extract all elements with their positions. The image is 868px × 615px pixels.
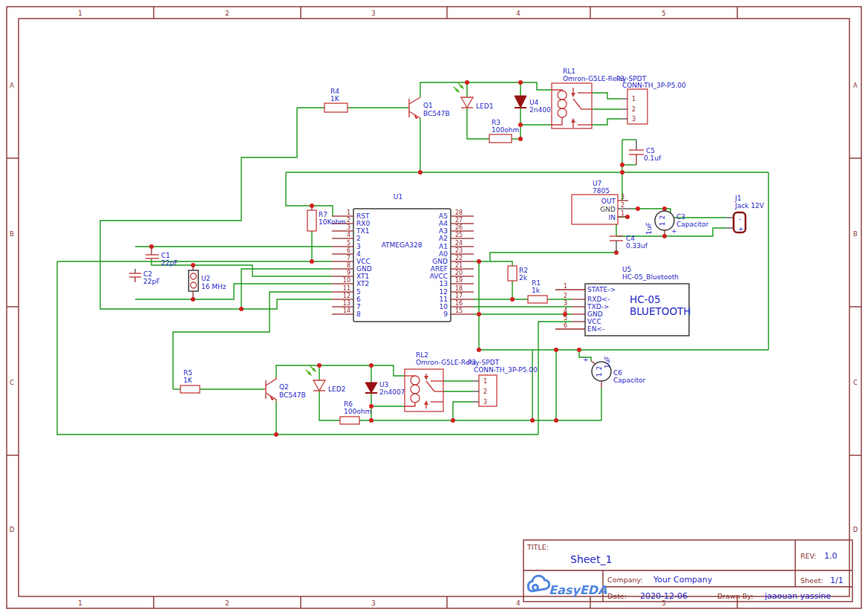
- component-r2[interactable]: R2 2k: [508, 266, 528, 282]
- frame-col-label: 3: [371, 599, 375, 607]
- component-u7-7805[interactable]: U7 7805 3 2 1 OUT GND IN: [572, 180, 633, 224]
- pin-number: 4: [347, 232, 350, 238]
- schematic-page: 1 2 3 4 5 1 2 3 4 5 A B C D A B C D: [0, 0, 868, 615]
- component-value: 16 MHz: [201, 283, 226, 290]
- pin-number: 26: [455, 224, 463, 231]
- pin-name: XT2: [356, 280, 369, 287]
- component-led1[interactable]: LED1: [454, 83, 493, 110]
- frame-col-label: 1: [78, 599, 82, 607]
- pin-name: 2: [356, 235, 361, 242]
- date-label: Date:: [607, 592, 627, 600]
- pin-name: VCC: [356, 258, 371, 265]
- component-c4[interactable]: C4 0.33uf: [610, 235, 648, 253]
- pin-number: 9: [347, 270, 350, 276]
- component-r1[interactable]: R1 1k: [528, 279, 547, 303]
- component-p3-connector-bottom[interactable]: P3 CONN-TH_3P-P5.00 1 2 3: [468, 359, 538, 406]
- pin-name: TXD->: [587, 303, 609, 310]
- pin-number: 1: [564, 283, 567, 290]
- component-q1[interactable]: Q1 BC547B: [408, 97, 450, 119]
- component-ref: C2: [143, 270, 152, 278]
- component-u3-diode[interactable]: U3 2n4007: [365, 381, 405, 396]
- wire: [479, 261, 512, 266]
- component-j1-jack[interactable]: - + J1 Jack 12V: [726, 195, 765, 232]
- component-ref: Q2: [279, 383, 289, 391]
- component-c6-electrolytic[interactable]: 1 2 1uF + C6 Capacitor: [583, 356, 646, 388]
- pin-name: 6: [356, 296, 361, 303]
- component-ref: P3: [468, 359, 476, 366]
- pin-number: 5: [564, 315, 567, 322]
- wire: [173, 292, 332, 389]
- pin-number: 19: [455, 277, 463, 284]
- component-value: 2n4007: [529, 106, 555, 114]
- component-part: HC-05_Bluetooth: [622, 273, 679, 281]
- component-ref: RL2: [416, 351, 428, 359]
- date-value: 2020-12-06: [640, 591, 688, 601]
- wire: [592, 93, 621, 99]
- component-value: 10Kohm: [319, 218, 346, 226]
- component-p3-connector-top[interactable]: P3 CONN-TH_3P-P5.00 1 2 3: [616, 75, 686, 124]
- component-c1[interactable]: C1 22pF: [146, 247, 177, 267]
- frame-row-label: D: [10, 526, 15, 533]
- pin-name: 3: [356, 243, 361, 250]
- component-ref: J1: [734, 195, 741, 202]
- component-value: 100ohm: [344, 408, 371, 415]
- schematic-canvas[interactable]: 1 2 3 4 5 1 2 3 4 5 A B C D A B C D: [0, 0, 868, 615]
- pin-name: A3: [439, 227, 448, 235]
- component-value: 100ohm: [492, 126, 519, 134]
- pin-name: 7: [356, 303, 361, 310]
- pin-name: GND: [600, 206, 616, 213]
- component-q2[interactable]: Q2 BC547B: [264, 377, 306, 401]
- component-value: BC547B: [423, 110, 450, 117]
- pin-number: 11: [343, 285, 350, 292]
- rev-value: 1.0: [824, 551, 838, 561]
- frame-row-label: C: [853, 379, 858, 386]
- pin-number: 3: [483, 399, 487, 406]
- pin-number: 3: [564, 300, 567, 307]
- pin-name: RX0: [356, 220, 370, 227]
- pin-number: 18: [455, 285, 463, 292]
- component-u5-hc05[interactable]: U5 HC-05_Bluetooth HC-05 BLUETOOTH 1 2 3…: [555, 266, 691, 336]
- component-ref: R1: [532, 279, 541, 287]
- pin-name: 13: [440, 280, 448, 287]
- component-ref: LED2: [328, 385, 345, 393]
- frame-col-label: 2: [225, 599, 229, 607]
- frame-row-label: C: [10, 379, 14, 386]
- component-r4[interactable]: R4 1K: [324, 88, 347, 112]
- frame-row-label: A: [853, 82, 858, 89]
- pin-number: 4: [564, 308, 567, 314]
- component-value: 22pF: [161, 259, 177, 267]
- frame-col-label: 2: [225, 10, 229, 17]
- component-led2[interactable]: LED2: [306, 366, 345, 393]
- component-c3-electrolytic[interactable]: 1 2 1uF + C3 Capacitor: [645, 209, 709, 236]
- pin-number: 2: [564, 293, 567, 299]
- pin-name: TX1: [356, 227, 369, 235]
- component-value: 0.1uf: [644, 154, 662, 162]
- chip-name: BLUETOOTH: [630, 305, 691, 317]
- pin-number: 16: [455, 300, 463, 307]
- pin-name: VCC: [587, 318, 601, 325]
- pin-name: 4: [356, 250, 361, 258]
- pin-number: 23: [455, 247, 463, 254]
- pin-name: A0: [439, 250, 448, 258]
- component-r7[interactable]: R7 10Kohm: [307, 206, 346, 231]
- pin-number: 22: [455, 255, 463, 261]
- component-u1-atmega328[interactable]: U1 ATMEGA328 1 2 3 4 5 6 7 8 9 10 11 12 …: [332, 193, 474, 322]
- sheet-title: Sheet_1: [570, 553, 612, 565]
- component-u2-crystal[interactable]: U2 16 MHz: [189, 265, 226, 299]
- component-ref: R2: [519, 267, 528, 274]
- sheet-value: 1/1: [830, 576, 843, 585]
- component-c5[interactable]: C5 0.1uf: [629, 140, 662, 165]
- pin-name: STATE->: [587, 286, 616, 293]
- pin-number: 6: [347, 247, 350, 254]
- frame-row-label: D: [853, 526, 858, 533]
- pin-number: 3: [632, 116, 636, 123]
- pin-number: 8: [347, 262, 350, 269]
- component-ref: R6: [344, 400, 353, 408]
- component-ref: C4: [626, 235, 635, 242]
- component-r5[interactable]: R5 1K: [180, 369, 200, 393]
- pin-name: 12: [440, 288, 448, 296]
- component-value: 22pF: [143, 278, 160, 285]
- component-ref: R5: [183, 369, 192, 377]
- pin-number: 3: [621, 194, 624, 201]
- component-c2[interactable]: C2 22pF: [129, 269, 160, 285]
